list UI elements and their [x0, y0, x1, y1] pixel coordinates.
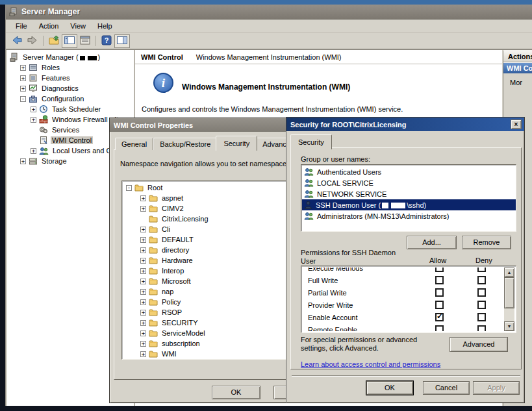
tree-item-label: Server Manager () — [21, 53, 101, 61]
user-list-item[interactable]: SSH Daemon User (\sshd) — [302, 199, 516, 210]
collapse-minus-icon[interactable]: - — [20, 96, 26, 102]
deny-checkbox[interactable] — [477, 288, 486, 297]
tree-item-label: CitrixLicensing — [160, 215, 210, 223]
security-cancel-button[interactable]: Cancel — [423, 381, 470, 395]
menu-item-action[interactable]: Action — [33, 19, 65, 33]
expand-plus-icon[interactable]: + — [140, 351, 146, 357]
help-button[interactable]: ? — [99, 34, 114, 48]
tab-backup-restore[interactable]: Backup/Restore — [153, 138, 217, 150]
expand-plus-icon[interactable]: + — [20, 86, 26, 92]
security-dialog-titlebar[interactable]: Security for ROOT\CitrixLicensing — [286, 118, 524, 131]
tree-item-label: Configuration — [40, 95, 85, 103]
actions-more-link[interactable]: Mor — [503, 73, 532, 86]
close-icon[interactable]: × — [511, 119, 522, 129]
expand-plus-icon[interactable]: + — [140, 227, 146, 232]
permission-row: Enable Account — [303, 312, 504, 324]
tree-item-label: CIMV2 — [160, 205, 185, 212]
storage-icon — [29, 156, 38, 166]
redacted-block — [391, 203, 405, 208]
folder-icon — [149, 329, 158, 337]
tree-item[interactable]: -Configuration — [7, 93, 134, 104]
user-list-item[interactable]: Authenticated Users — [302, 166, 516, 177]
actions-wmi-control-item[interactable]: WMI Co — [503, 62, 532, 73]
menu-item-view[interactable]: View — [64, 19, 92, 33]
user-list-item[interactable]: Administrators (MN-MS13\Administrators) — [302, 210, 516, 221]
actions-header: Actions — [503, 51, 532, 62]
expand-plus-icon[interactable]: + — [140, 258, 146, 264]
wmi-ok-button[interactable]: OK — [212, 386, 260, 399]
back-icon — [11, 35, 23, 47]
user-list-item[interactable]: LOCAL SERVICE — [302, 177, 516, 188]
deny-checkbox[interactable] — [477, 268, 486, 272]
expand-plus-icon[interactable]: + — [20, 75, 26, 81]
advanced-button[interactable]: Advanced — [450, 337, 508, 352]
security-ok-button[interactable]: OK — [366, 381, 413, 395]
permission-row: Remote Enable — [303, 324, 504, 331]
expand-plus-icon[interactable]: + — [20, 65, 26, 71]
menu-item-help[interactable]: Help — [92, 19, 118, 33]
learn-link[interactable]: Learn about access control and permissio… — [301, 360, 440, 368]
expand-plus-icon[interactable]: + — [140, 289, 146, 295]
permissions-scrollbar[interactable]: ▲ ▼ — [504, 268, 514, 331]
expand-plus-icon[interactable]: + — [140, 195, 146, 201]
folder-icon — [149, 350, 158, 358]
expand-plus-icon[interactable]: + — [140, 268, 146, 274]
tree-item[interactable]: +Roles — [7, 62, 134, 73]
tree-item[interactable]: +Features — [7, 73, 134, 83]
expand-plus-icon[interactable]: + — [20, 158, 26, 164]
tree-item[interactable]: +Task Scheduler — [7, 104, 134, 114]
permissions-list[interactable]: Execute MethodsFull WritePartial WritePr… — [301, 266, 516, 333]
expand-plus-icon[interactable]: + — [140, 330, 146, 336]
allow-checkbox[interactable] — [435, 301, 444, 309]
allow-checkbox[interactable] — [435, 276, 444, 284]
add-button[interactable]: Add... — [407, 236, 457, 249]
window-titlebar[interactable]: Server Manager — [6, 5, 532, 19]
forward-button[interactable] — [25, 34, 40, 48]
allow-checkbox[interactable] — [435, 288, 444, 297]
export-list-button[interactable] — [46, 34, 62, 48]
expand-plus-icon[interactable]: + — [31, 117, 36, 123]
scrollbar-thumb[interactable] — [504, 277, 514, 308]
show-action-pane-button[interactable] — [114, 34, 130, 48]
deny-checkbox[interactable] — [477, 325, 486, 331]
expand-plus-icon[interactable]: + — [140, 279, 146, 284]
expand-plus-icon[interactable]: + — [140, 247, 146, 253]
tab-security[interactable]: Security — [216, 136, 257, 151]
deny-checkbox[interactable] — [477, 301, 486, 309]
expand-plus-icon[interactable]: + — [140, 237, 146, 243]
tree-item[interactable]: Server Manager () — [7, 52, 134, 62]
tab-general[interactable]: General — [115, 138, 153, 150]
permission-row: Provider Write — [303, 299, 504, 312]
expand-plus-icon[interactable]: + — [140, 206, 146, 212]
group-user-names-label: Group or user names: — [301, 155, 370, 163]
expand-plus-icon[interactable]: + — [31, 106, 36, 112]
remove-button[interactable]: Remove — [462, 236, 511, 249]
deny-checkbox[interactable] — [477, 276, 486, 284]
allow-checkbox[interactable] — [435, 268, 444, 272]
expand-plus-icon[interactable]: + — [140, 341, 146, 347]
back-button[interactable] — [9, 34, 25, 48]
expand-plus-icon[interactable]: + — [140, 320, 146, 326]
collapse-minus-icon[interactable]: - — [126, 185, 132, 191]
expand-plus-icon[interactable]: + — [140, 310, 146, 316]
expand-plus-icon[interactable]: + — [140, 299, 146, 305]
allow-checkbox[interactable] — [435, 313, 444, 321]
tree-item-label: Services — [51, 126, 81, 134]
allow-checkbox[interactable] — [435, 325, 444, 331]
expand-plus-icon[interactable]: + — [31, 148, 36, 154]
deny-checkbox[interactable] — [477, 313, 486, 321]
properties-button[interactable] — [77, 34, 93, 48]
menu-item-file[interactable]: File — [10, 19, 33, 33]
security-tab[interactable]: Security — [290, 134, 332, 149]
show-console-tree-button[interactable] — [62, 34, 77, 48]
group-user-names-list[interactable]: Authenticated UsersLOCAL SERVICENETWORK … — [301, 164, 516, 232]
folder-icon — [149, 194, 158, 202]
scroll-down-icon[interactable]: ▼ — [504, 321, 514, 331]
tree-item[interactable]: +Diagnostics — [7, 83, 134, 93]
wmi-dialog-title: WMI Control Properties — [114, 121, 193, 129]
services-icon — [39, 125, 48, 134]
scroll-up-icon[interactable]: ▲ — [504, 268, 514, 277]
server-manager-icon — [9, 7, 18, 16]
user-list-item[interactable]: NETWORK SERVICE — [302, 188, 516, 199]
main-pane-header: WMI Control Windows Management Instrumen… — [135, 50, 502, 64]
